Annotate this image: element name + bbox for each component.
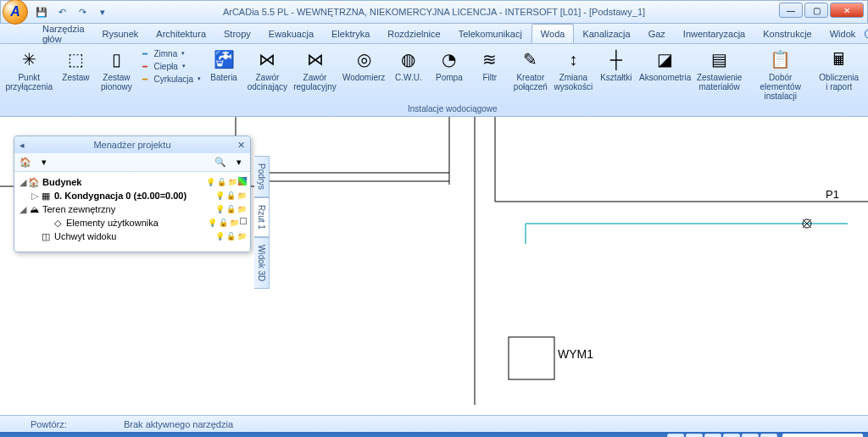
tab-rozdzielnice[interactable]: Rozdzielnice: [379, 24, 449, 43]
lock-icon[interactable]: 🔓: [225, 204, 236, 214]
zimna-button[interactable]: ━Zimna▾: [139, 47, 201, 59]
filtr-button[interactable]: ≋Filtr: [470, 46, 509, 84]
tab-elektryka[interactable]: Elektryka: [323, 24, 379, 43]
dobor-elementow-button[interactable]: 📋Dobór elementówinstalacji: [746, 46, 815, 102]
obliczenia-raport-button[interactable]: 🖩Obliczeniai raport: [817, 46, 861, 93]
bulb-icon[interactable]: 💡: [214, 231, 225, 241]
lock-icon[interactable]: 🔓: [225, 191, 236, 201]
punkt-przylaczenia-button[interactable]: ✳Punktprzyłączenia: [3, 46, 54, 93]
bulb-icon[interactable]: 💡: [214, 204, 225, 214]
tree-node-teren[interactable]: ◢ ⛰ Teren zewnętrzny 💡🔓📁: [18, 202, 247, 216]
tab-konstrukcje[interactable]: Konstrukcje: [754, 24, 821, 43]
kreator-polaczen-button[interactable]: ✎Kreatorpołączeń: [511, 46, 550, 93]
save-icon[interactable]: 💾: [33, 3, 50, 20]
cyrkulacja-button[interactable]: ━Cyrkulacja▾: [139, 73, 201, 85]
lock-icon[interactable]: 🔓: [216, 177, 226, 187]
pm-home-icon[interactable]: 🏠: [18, 155, 33, 170]
zestawienie-materialow-button[interactable]: ▤Zestawieniemateriałów: [694, 46, 743, 93]
storey-icon: ▦: [40, 190, 52, 202]
tree-node-elementy[interactable]: ◇ Elementy użytkownika 💡🔓📁: [18, 216, 247, 230]
bulb-icon[interactable]: 💡: [214, 191, 225, 201]
folder-icon[interactable]: 📁: [236, 191, 247, 201]
pompa-button[interactable]: ◔Pompa: [430, 46, 469, 84]
cold-pipe-icon: ━: [139, 47, 151, 59]
bulb-icon[interactable]: 💡: [205, 177, 215, 187]
tab-kanalizacja[interactable]: Kanalizacja: [574, 24, 639, 43]
folder-icon[interactable]: 📁: [236, 231, 247, 241]
pm-filter-dropdown-icon[interactable]: ▾: [231, 155, 247, 170]
side-tab-podrys[interactable]: Podrys: [254, 156, 270, 197]
undo-icon[interactable]: ↶: [53, 3, 70, 20]
project-manager-panel[interactable]: ◂ Menadżer projektu ✕ 🏠 ▾ 🔍 ▾ ◢ 🏠 Budyne…: [14, 136, 251, 252]
status-refresh-button[interactable]: ↻: [760, 434, 777, 437]
tab-widok[interactable]: Widok: [821, 24, 865, 43]
tree-node-kondygnacja[interactable]: ▷ ▦ 0. Kondygnacja 0 (±0.00=0.00) 💡🔓📁: [18, 189, 247, 202]
panel-title: Menadżer projektu: [93, 140, 170, 150]
maximize-button[interactable]: ▢: [804, 3, 828, 18]
tree-node-budynek[interactable]: ◢ 🏠 Budynek 💡🔓📁: [18, 175, 247, 189]
close-button[interactable]: ✕: [830, 3, 864, 18]
zawor-odcinajacy-button[interactable]: ⋈Zawórodcinający: [245, 46, 290, 93]
panel-close-icon[interactable]: ✕: [237, 140, 245, 151]
watermeter-icon: ◎: [352, 47, 376, 71]
tree-twisty-icon[interactable]: ◢: [18, 177, 28, 188]
lock-icon[interactable]: 🔓: [225, 231, 236, 241]
lock-icon[interactable]: 🔓: [218, 218, 228, 228]
tab-stropy[interactable]: Stropy: [215, 24, 260, 43]
zestaw-button[interactable]: ⬚Zestaw: [56, 46, 95, 84]
command-bar: Powtórz: Brak aktywnego narzędzia: [0, 415, 868, 432]
app-logo-letter: A: [10, 4, 20, 19]
aksonometria-button[interactable]: ◪Aksonometria: [637, 46, 693, 84]
cwu-button[interactable]: ◍C.W.U.: [389, 46, 428, 84]
tree-twisty-icon[interactable]: ▷: [30, 191, 40, 202]
tab-telekom[interactable]: Telekomunikacj: [450, 24, 531, 43]
tab-narzedzia[interactable]: Narzędzia głów: [34, 24, 94, 43]
command-message: Brak aktywnego narzędzia: [124, 419, 233, 429]
status-layers-button[interactable]: ▤: [704, 434, 721, 437]
hot-water-unit-icon: ◍: [397, 47, 420, 71]
app-menu-orb[interactable]: A: [3, 0, 28, 25]
quick-access-toolbar: 💾 ↶ ↷ ▾: [33, 3, 111, 20]
project-manager-title-bar[interactable]: ◂ Menadżer projektu ✕: [14, 136, 250, 153]
side-tab-widok3d[interactable]: Widok 3D: [254, 237, 270, 289]
zestaw-pionowy-button[interactable]: ▯Zestawpionowy: [97, 46, 136, 93]
dimension-label-wym1: WYM1: [558, 347, 593, 361]
drawing-canvas[interactable]: P1 WYM1 ◂ Menadżer projektu ✕ 🏠 ▾ 🔍 ▾ ◢ …: [0, 117, 868, 415]
tab-rysunek[interactable]: Rysunek: [94, 24, 148, 43]
tab-woda[interactable]: Woda: [531, 24, 575, 43]
tree-node-uchwyt[interactable]: ◫ Uchwyt widoku 💡🔓📁: [18, 230, 247, 243]
folder-icon[interactable]: 📁: [227, 177, 237, 187]
tab-ewakuacja[interactable]: Ewakuacja: [260, 24, 323, 43]
status-grid-button[interactable]: ▦: [667, 434, 684, 437]
project-tree: ◢ 🏠 Budynek 💡🔓📁 ▷ ▦ 0. Kondygnacja 0 (±0…: [14, 172, 250, 252]
redo-icon[interactable]: ↷: [74, 3, 91, 20]
tree-twisty-icon[interactable]: ◢: [18, 204, 28, 215]
wodomierz-button[interactable]: ◎Wodomierz: [340, 46, 387, 84]
folder-icon[interactable]: 📁: [229, 218, 239, 228]
color-box-icon[interactable]: [240, 218, 247, 224]
zmiana-wysokosci-button[interactable]: ↕Zmianawysokości: [552, 46, 595, 93]
status-ortho-button[interactable]: ⊥: [742, 434, 759, 437]
minimize-button[interactable]: —: [779, 3, 803, 18]
filter-icon: ≋: [478, 47, 502, 71]
status-bar: Gotowy ▦ 3D ▤ ⊞ ⊥ ↻ 1082.84,1415.53: [0, 432, 868, 437]
pm-filter-icon[interactable]: 🔍: [213, 155, 228, 170]
color-swatch-icon[interactable]: [238, 177, 247, 185]
help-button[interactable]: ?Pomoc▾: [865, 29, 868, 39]
panel-minimize-icon[interactable]: ◂: [19, 140, 25, 151]
qat-dropdown-icon[interactable]: ▾: [94, 3, 111, 20]
tab-gaz[interactable]: Gaz: [640, 24, 675, 43]
ciepla-button[interactable]: ━Ciepła▾: [139, 60, 201, 72]
status-snap-button[interactable]: ⊞: [723, 434, 740, 437]
ksztaltki-button[interactable]: ┼Kształtki: [597, 46, 636, 84]
bulb-icon[interactable]: 💡: [207, 218, 217, 228]
side-tab-rzut1[interactable]: Rzut 1: [254, 197, 270, 237]
opcje-button[interactable]: ⚙Opcje: [863, 46, 868, 84]
tab-architektura[interactable]: Architektura: [147, 24, 215, 43]
pm-dropdown-icon[interactable]: ▾: [36, 155, 52, 170]
tab-inwent[interactable]: Inwentaryzacja: [675, 24, 754, 43]
bateria-button[interactable]: 🚰Bateria: [204, 46, 243, 84]
folder-icon[interactable]: 📁: [236, 204, 247, 214]
status-3d-button[interactable]: 3D: [686, 434, 703, 437]
zawor-regulacyjny-button[interactable]: ⋈Zawórregulacyjny: [292, 46, 339, 93]
